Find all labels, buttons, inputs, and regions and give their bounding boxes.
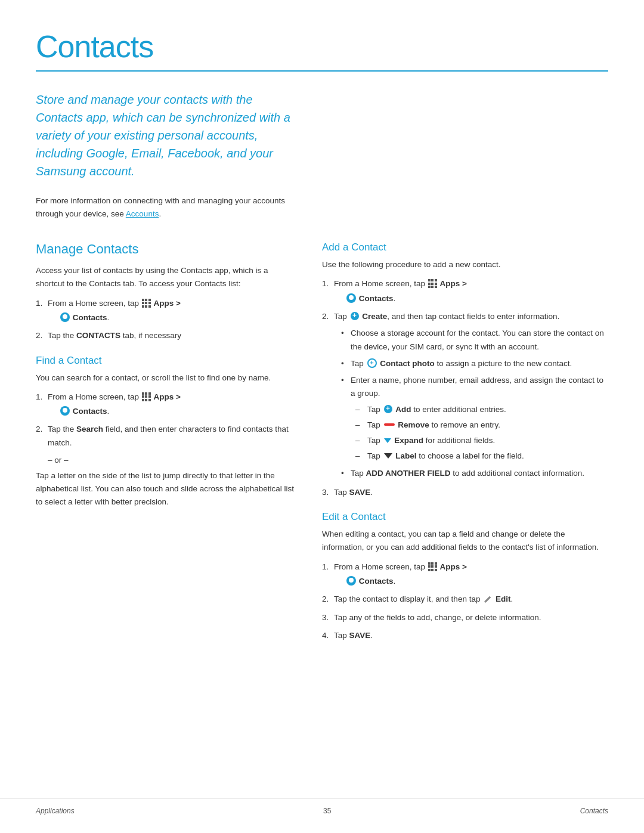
- find-contact-heading: Find a Contact: [36, 355, 298, 367]
- contacts-icon-3: [346, 293, 356, 303]
- page-title: Contacts: [36, 29, 608, 64]
- intro-italic: Store and manage your contacts with the …: [36, 91, 298, 180]
- footer: Applications 35 Contacts: [0, 798, 644, 815]
- add-contact-body: Use the following procedure to add a new…: [322, 258, 608, 271]
- bullet-name: Enter a name, phone number, email addres…: [341, 374, 608, 463]
- bullet-storage: Choose a storage account for the contact…: [341, 327, 608, 354]
- sub-bullets: Tap Add to enter additional entries. Tap…: [355, 403, 608, 463]
- apps-grid-icon-2: [142, 392, 151, 401]
- title-divider: [36, 70, 608, 72]
- contact-photo-icon: [367, 358, 377, 368]
- footer-page-number: 35: [323, 807, 331, 815]
- label-icon: [384, 453, 392, 459]
- or-body: Tap a letter on the side of the list to …: [36, 469, 298, 509]
- bullet-add-field: Tap ADD ANOTHER FIELD to add additional …: [341, 467, 608, 480]
- add-step-2-bullets: Choose a storage account for the contact…: [341, 327, 608, 480]
- find-step-2: 2. Tap the Search field, and then enter …: [36, 423, 298, 450]
- contacts-icon-2: [60, 406, 70, 416]
- sub-bullet-expand: Tap Expand for additional fields.: [355, 434, 608, 447]
- edit-step-1: 1. From a Home screen, tap Apps > Contac…: [322, 561, 608, 589]
- footer-right: Contacts: [580, 807, 608, 815]
- apps-grid-icon-4: [428, 562, 437, 571]
- apps-grid-icon-3: [428, 279, 437, 288]
- add-contact-heading: Add a Contact: [322, 241, 608, 253]
- pencil-icon: [484, 595, 492, 603]
- svg-marker-0: [485, 596, 491, 602]
- sub-bullet-remove: Tap Remove to remove an entry.: [355, 419, 608, 432]
- page: Contacts Store and manage your contacts …: [0, 0, 644, 833]
- find-contact-steps: 1. From a Home screen, tap Apps > Contac…: [36, 391, 298, 450]
- add-step-1: 1. From a Home screen, tap Apps > Contac…: [322, 277, 608, 305]
- contacts-icon-4: [346, 576, 356, 586]
- edit-contact-body: When editing a contact, you can tap a fi…: [322, 528, 608, 555]
- add-step-2: 2. Tap Create, and then tap contact fiel…: [322, 310, 608, 480]
- edit-step-3: 3. Tap any of the fields to add, change,…: [322, 611, 608, 624]
- find-step-1: 1. From a Home screen, tap Apps > Contac…: [36, 391, 298, 419]
- footer-left: Applications: [36, 807, 75, 815]
- intro-body: For more information on connecting with …: [36, 194, 298, 220]
- two-column-layout: Manage Contacts Access your list of cont…: [36, 241, 608, 648]
- add-step-3: 3. Tap SAVE.: [322, 486, 608, 499]
- manage-contacts-body: Access your list of contacts by using th…: [36, 264, 298, 291]
- sub-bullet-add: Tap Add to enter additional entries.: [355, 403, 608, 416]
- edit-contact-steps: 1. From a Home screen, tap Apps > Contac…: [322, 561, 608, 642]
- or-text: – or –: [48, 456, 298, 465]
- manage-contacts-steps: 1. From a Home screen, tap Apps > Contac…: [36, 297, 298, 343]
- find-contact-body: You can search for a contact, or scroll …: [36, 371, 298, 385]
- expand-icon: [384, 438, 391, 443]
- minus-icon: [384, 423, 395, 426]
- accounts-link[interactable]: Accounts: [126, 209, 159, 218]
- left-column: Manage Contacts Access your list of cont…: [36, 241, 298, 648]
- edit-step-2: 2. Tap the contact to display it, and th…: [322, 593, 608, 606]
- add-contact-steps: 1. From a Home screen, tap Apps > Contac…: [322, 277, 608, 499]
- manage-step-2: 2. Tap the CONTACTS tab, if necessary: [36, 329, 298, 342]
- plus-icon-2: [384, 405, 392, 413]
- manage-contacts-heading: Manage Contacts: [36, 241, 298, 257]
- edit-contact-heading: Edit a Contact: [322, 511, 608, 523]
- right-column: Add a Contact Use the following procedur…: [322, 241, 608, 648]
- manage-step-1: 1. From a Home screen, tap Apps > Contac…: [36, 297, 298, 325]
- edit-step-4: 4. Tap SAVE.: [322, 629, 608, 642]
- bullet-photo: Tap Contact photo to assign a picture to…: [341, 357, 608, 370]
- sub-bullet-label: Tap Label to choose a label for the fiel…: [355, 450, 608, 463]
- contacts-icon: [60, 312, 70, 322]
- apps-grid-icon: [142, 299, 151, 308]
- plus-icon: [351, 312, 359, 320]
